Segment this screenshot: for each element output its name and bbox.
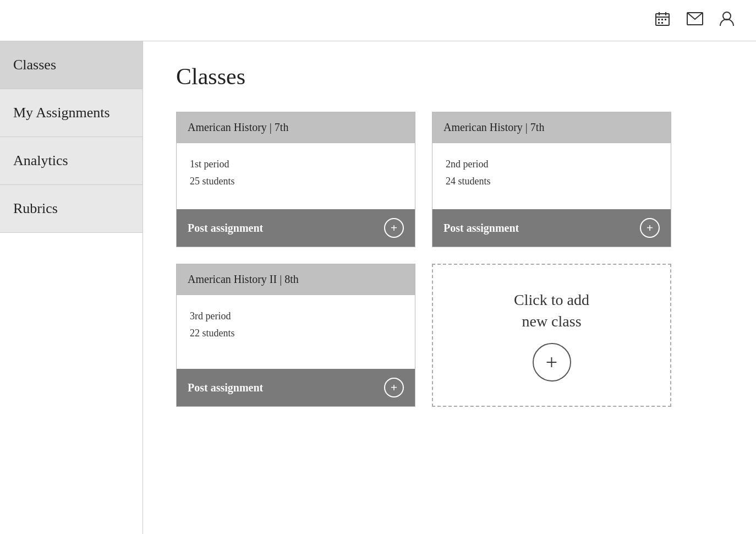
main-content: Classes American History | 7th 1st perio… — [143, 41, 756, 534]
period-1: 1st period — [190, 159, 402, 170]
students-3: 22 students — [190, 328, 402, 339]
classes-grid: American History | 7th 1st period 25 stu… — [176, 112, 671, 407]
svg-point-10 — [723, 12, 731, 20]
period-2: 2nd period — [446, 159, 658, 170]
svg-rect-6 — [665, 19, 666, 20]
svg-rect-4 — [658, 19, 660, 20]
app-layout: Classes My Assignments Analytics Rubrics… — [0, 41, 756, 534]
sidebar-item-classes[interactable]: Classes — [0, 41, 143, 89]
sidebar: Classes My Assignments Analytics Rubrics — [0, 41, 143, 534]
post-assignment-2[interactable]: Post assignment + — [432, 209, 671, 247]
card-header-3: American History II | 8th — [177, 264, 415, 295]
card-header-1: American History | 7th — [177, 112, 415, 143]
calendar-icon[interactable] — [655, 11, 670, 30]
page-title: Classes — [176, 63, 723, 90]
add-class-card[interactable]: Click to addnew class + — [432, 264, 671, 407]
post-icon-1: + — [384, 218, 404, 238]
card-header-2: American History | 7th — [432, 112, 671, 143]
sidebar-item-analytics[interactable]: Analytics — [0, 137, 143, 185]
card-body-3: 3rd period 22 students — [177, 295, 415, 369]
add-class-text: Click to addnew class — [514, 289, 589, 332]
post-icon-3: + — [384, 378, 404, 397]
svg-rect-5 — [661, 19, 663, 20]
class-card-3: American History II | 8th 3rd period 22 … — [176, 264, 415, 407]
period-3: 3rd period — [190, 310, 402, 322]
sidebar-item-my-assignments[interactable]: My Assignments — [0, 89, 143, 137]
add-class-icon: + — [533, 343, 571, 382]
header — [0, 0, 756, 41]
card-body-1: 1st period 25 students — [177, 143, 415, 209]
card-body-2: 2nd period 24 students — [432, 143, 671, 209]
post-icon-2: + — [640, 218, 660, 238]
sidebar-item-rubrics[interactable]: Rubrics — [0, 185, 143, 233]
svg-rect-7 — [658, 22, 660, 24]
svg-rect-8 — [661, 22, 663, 24]
class-card-1: American History | 7th 1st period 25 stu… — [176, 112, 415, 247]
class-card-2: American History | 7th 2nd period 24 stu… — [432, 112, 671, 247]
students-2: 24 students — [446, 176, 658, 187]
students-1: 25 students — [190, 176, 402, 187]
mail-icon[interactable] — [687, 12, 703, 29]
user-icon[interactable] — [720, 11, 734, 30]
post-assignment-3[interactable]: Post assignment + — [177, 369, 415, 406]
post-assignment-1[interactable]: Post assignment + — [177, 209, 415, 247]
